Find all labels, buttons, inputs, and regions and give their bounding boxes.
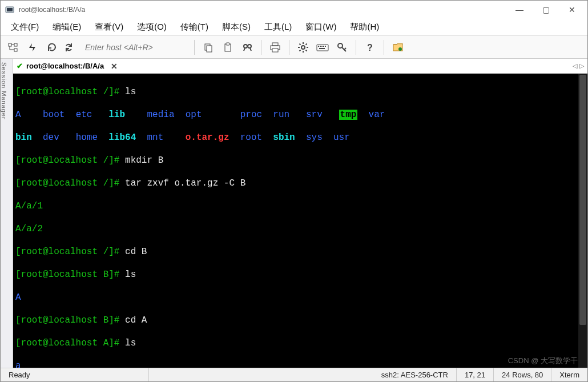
svg-rect-21: [319, 48, 325, 49]
status-ready: Ready: [1, 368, 149, 381]
find-icon[interactable]: [239, 39, 255, 55]
menu-bar: 文件(F) 编辑(E) 查看(V) 选项(O) 传输(T) 脚本(S) 工具(L…: [1, 19, 587, 36]
paste-icon[interactable]: [220, 39, 236, 55]
svg-text:?: ?: [367, 43, 373, 53]
svg-rect-6: [207, 46, 212, 52]
svg-point-25: [398, 47, 402, 51]
host-input[interactable]: [83, 41, 188, 54]
connected-icon: ✔: [17, 62, 23, 70]
svg-point-10: [248, 45, 251, 48]
reconnect-all-icon[interactable]: [63, 39, 79, 55]
svg-point-14: [301, 46, 305, 49]
app-icon: [5, 5, 14, 14]
menu-script[interactable]: 脚本(S): [218, 19, 255, 35]
svg-rect-13: [272, 49, 278, 52]
minimize-button[interactable]: —: [506, 1, 533, 19]
svg-rect-17: [320, 46, 321, 47]
svg-point-22: [338, 43, 343, 48]
svg-rect-8: [226, 43, 229, 45]
menu-window[interactable]: 窗口(W): [301, 19, 341, 35]
svg-rect-11: [272, 43, 278, 46]
menu-view[interactable]: 查看(V): [90, 19, 128, 35]
svg-rect-3: [14, 43, 17, 46]
svg-rect-1: [7, 8, 13, 11]
scrollbar-thumb[interactable]: [579, 75, 586, 325]
help-icon[interactable]: ?: [362, 39, 378, 55]
status-size: 24 Rows, 80: [494, 368, 551, 381]
sftp-icon[interactable]: [390, 39, 406, 55]
svg-rect-16: [318, 46, 319, 47]
quick-connect-icon[interactable]: [25, 39, 41, 55]
toolbar: ?: [1, 36, 587, 59]
menu-file[interactable]: 文件(F): [6, 19, 43, 35]
maximize-button[interactable]: ▢: [533, 1, 559, 19]
terminal[interactable]: [root@localhost /]# ls A boot etc lib me…: [13, 74, 587, 368]
session-tab[interactable]: ✔ root@localhost:/B/A/a ✕: [17, 62, 118, 71]
status-cursor-pos: 17, 21: [457, 368, 494, 381]
close-button[interactable]: ✕: [559, 1, 585, 19]
session-manager-panel[interactable]: Session Manager: [1, 59, 13, 368]
print-icon[interactable]: [267, 39, 283, 55]
svg-rect-2: [9, 43, 11, 46]
main-pane: ✔ root@localhost:/B/A/a ✕ ◁ ▷ [root@loca…: [13, 59, 587, 368]
svg-rect-15: [317, 45, 328, 51]
menu-transfer[interactable]: 传输(T): [176, 19, 213, 35]
tab-nav-left[interactable]: ◁: [573, 62, 577, 70]
svg-rect-19: [323, 46, 324, 47]
toolbar-separator: [356, 40, 356, 55]
menu-help[interactable]: 帮助(H): [345, 19, 384, 35]
copy-icon[interactable]: [200, 39, 216, 55]
status-bar: Ready ssh2: AES-256-CTR 17, 21 24 Rows, …: [1, 368, 587, 381]
status-connection: ssh2: AES-256-CTR: [373, 368, 457, 381]
tab-title: root@localhost:/B/A/a: [26, 62, 104, 70]
settings-icon[interactable]: [295, 39, 311, 55]
terminal-scrollbar[interactable]: [578, 74, 587, 368]
toolbar-separator: [194, 40, 195, 55]
content-area: Session Manager ✔ root@localhost:/B/A/a …: [1, 59, 587, 368]
menu-options[interactable]: 选项(O): [132, 19, 171, 35]
window-titlebar: root@localhost:/B/A/a — ▢ ✕: [1, 1, 587, 19]
keyboard-icon[interactable]: [315, 39, 331, 55]
menu-edit[interactable]: 编辑(E): [48, 19, 86, 35]
svg-rect-20: [325, 46, 326, 47]
window-title: root@localhost:/B/A/a: [19, 6, 506, 14]
toolbar-separator: [289, 40, 289, 55]
session-tree-icon[interactable]: [5, 39, 21, 55]
tab-bar: ✔ root@localhost:/B/A/a ✕ ◁ ▷: [13, 59, 587, 74]
svg-rect-4: [14, 49, 17, 51]
toolbar-separator: [261, 40, 261, 55]
status-terminal-type: Xterm: [551, 368, 587, 381]
svg-point-9: [244, 45, 247, 48]
key-icon[interactable]: [334, 39, 350, 55]
reconnect-icon[interactable]: [44, 39, 60, 55]
toolbar-separator: [384, 40, 384, 55]
tab-nav-right[interactable]: ▷: [579, 62, 584, 70]
svg-rect-18: [321, 46, 323, 47]
tab-close-icon[interactable]: ✕: [111, 62, 118, 71]
menu-tools[interactable]: 工具(L): [260, 19, 296, 35]
